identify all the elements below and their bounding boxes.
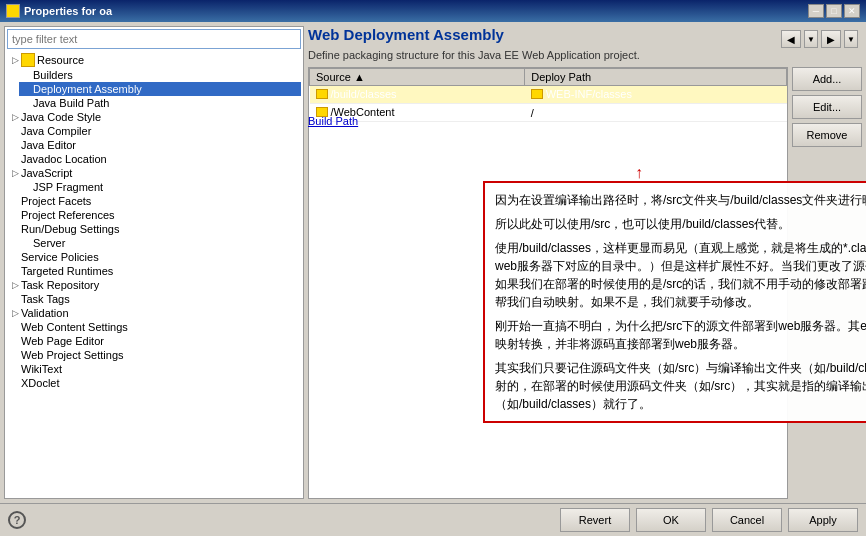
filter-input[interactable] [7, 29, 301, 49]
help-button[interactable]: ? [8, 511, 26, 529]
expander-icon [9, 335, 21, 347]
expander-icon [21, 83, 33, 95]
assembly-table: Source ▲ Deploy Path [309, 68, 787, 122]
annotation-para-1: 因为在设置编译输出路径时，将/src文件夹与/build/classes文件夹进… [495, 191, 866, 209]
sidebar-item-builders[interactable]: Builders [19, 68, 301, 82]
sidebar-item-resource[interactable]: ▷ Resource [7, 52, 301, 68]
sidebar-label: Web Page Editor [21, 335, 104, 347]
main-title: Web Deployment Assembly [308, 26, 862, 43]
sidebar-item-server[interactable]: Server [19, 236, 301, 250]
deploy-path-cell: / [525, 104, 787, 122]
sidebar-label: Java Editor [21, 139, 76, 151]
title-controls[interactable]: ─ □ ✕ [808, 4, 860, 18]
sidebar-label: Project Facets [21, 195, 91, 207]
expander-icon: ▷ [9, 167, 21, 179]
add-button[interactable]: Add... [792, 67, 862, 91]
title-bar: Properties for oa ─ □ ✕ [0, 0, 866, 22]
source-cell: /build/classes [310, 86, 525, 104]
edit-button[interactable]: Edit... [792, 95, 862, 119]
sidebar-label: Javadoc Location [21, 153, 107, 165]
annotation-para-5: 其实我们只要记住源码文件夹（如/src）与编译输出文件夹（如/build/cla… [495, 359, 866, 413]
annotation-para-2: 所以此处可以使用/src，也可以使用/build/classes代替。 [495, 215, 866, 233]
expander-icon [9, 125, 21, 137]
expander-icon [21, 69, 33, 81]
revert-button[interactable]: Revert [560, 508, 630, 532]
sidebar-item-javadoc-location[interactable]: Javadoc Location [7, 152, 301, 166]
remove-button[interactable]: Remove [792, 123, 862, 147]
sidebar-label: Builders [33, 69, 73, 81]
sidebar-label: Service Policies [21, 251, 99, 263]
cancel-button[interactable]: Cancel [712, 508, 782, 532]
sidebar-item-targeted-runtimes[interactable]: Targeted Runtimes [7, 264, 301, 278]
sidebar: ▷ Resource Builders Deployment Assembly … [4, 26, 304, 499]
sidebar-label: Web Content Settings [21, 321, 128, 333]
sidebar-item-web-page-editor[interactable]: Web Page Editor [7, 334, 301, 348]
sidebar-item-java-compiler[interactable]: Java Compiler [7, 124, 301, 138]
expander-icon [9, 377, 21, 389]
apply-button[interactable]: Apply [788, 508, 858, 532]
sidebar-item-run-debug-settings[interactable]: Run/Debug Settings [7, 222, 301, 236]
app-icon [6, 4, 20, 18]
expander-icon [9, 251, 21, 263]
nav-forward-button[interactable]: ▶ [821, 30, 841, 48]
nav-back-button[interactable]: ◀ [781, 30, 801, 48]
content-area: ▷ Resource Builders Deployment Assembly … [0, 22, 866, 503]
deploy-path-column-header: Deploy Path [525, 69, 787, 86]
build-path-area: Build Path [308, 115, 358, 127]
sidebar-item-wikitext[interactable]: WikiText [7, 362, 301, 376]
sidebar-item-validation[interactable]: ▷ Validation [7, 306, 301, 320]
sidebar-item-project-facets[interactable]: Project Facets [7, 194, 301, 208]
sidebar-item-deployment-assembly[interactable]: Deployment Assembly [19, 82, 301, 96]
expander-icon [9, 139, 21, 151]
expander-icon [9, 265, 21, 277]
sidebar-item-task-repository[interactable]: ▷ Task Repository [7, 278, 301, 292]
title-bar-text: Properties for oa [6, 4, 112, 18]
sidebar-label: Task Repository [21, 279, 99, 291]
expander-icon [21, 181, 33, 193]
sidebar-label: Run/Debug Settings [21, 223, 119, 235]
sidebar-label: Validation [21, 307, 69, 319]
sidebar-item-javascript[interactable]: ▷ JavaScript [7, 166, 301, 180]
sidebar-label: Java Build Path [33, 97, 109, 109]
expander-icon [9, 209, 21, 221]
sidebar-item-task-tags[interactable]: Task Tags [7, 292, 301, 306]
expander-icon [9, 349, 21, 361]
expander-icon [9, 195, 21, 207]
sidebar-label: Targeted Runtimes [21, 265, 113, 277]
bottom-bar: ? Revert OK Cancel Apply [0, 503, 866, 536]
expander-icon: ▷ [9, 279, 21, 291]
sidebar-label: Project References [21, 209, 115, 221]
main-panel: ◀ ▼ ▶ ▼ Web Deployment Assembly Define p… [308, 26, 862, 499]
build-path-link[interactable]: Build Path [308, 115, 358, 127]
ok-button[interactable]: OK [636, 508, 706, 532]
sidebar-item-web-project-settings[interactable]: Web Project Settings [7, 348, 301, 362]
sidebar-item-jsp-fragment[interactable]: JSP Fragment [19, 180, 301, 194]
sidebar-item-project-references[interactable]: Project References [7, 208, 301, 222]
table-row[interactable]: /WebContent / [310, 104, 787, 122]
window-title: Properties for oa [24, 5, 112, 17]
nav-forward-dropdown[interactable]: ▼ [844, 30, 858, 48]
expander-icon [9, 153, 21, 165]
maximize-button[interactable]: □ [826, 4, 842, 18]
sidebar-item-java-code-style[interactable]: ▷ Java Code Style [7, 110, 301, 124]
source-column-header: Source ▲ [310, 69, 525, 86]
sidebar-item-xdoclet[interactable]: XDoclet [7, 376, 301, 390]
sidebar-label: Java Code Style [21, 111, 101, 123]
sidebar-label: WikiText [21, 363, 62, 375]
expander-icon: ▷ [9, 54, 21, 66]
close-button[interactable]: ✕ [844, 4, 860, 18]
sidebar-item-web-content-settings[interactable]: Web Content Settings [7, 320, 301, 334]
nav-back-dropdown[interactable]: ▼ [804, 30, 818, 48]
sidebar-label: Task Tags [21, 293, 70, 305]
expander-icon [9, 293, 21, 305]
sidebar-label: XDoclet [21, 377, 60, 389]
table-row[interactable]: /build/classes WEB-INF/classes [310, 86, 787, 104]
bottom-left: ? [8, 511, 554, 529]
sidebar-item-service-policies[interactable]: Service Policies [7, 250, 301, 264]
sidebar-item-java-build-path[interactable]: Java Build Path [19, 96, 301, 110]
annotation-para-4: 刚开始一直搞不明白，为什么把/src下的源文件部署到web服务器。其eclips… [495, 317, 866, 353]
sidebar-item-java-editor[interactable]: Java Editor [7, 138, 301, 152]
sidebar-label: Resource [37, 54, 84, 66]
minimize-button[interactable]: ─ [808, 4, 824, 18]
dialog: ▷ Resource Builders Deployment Assembly … [0, 22, 866, 536]
